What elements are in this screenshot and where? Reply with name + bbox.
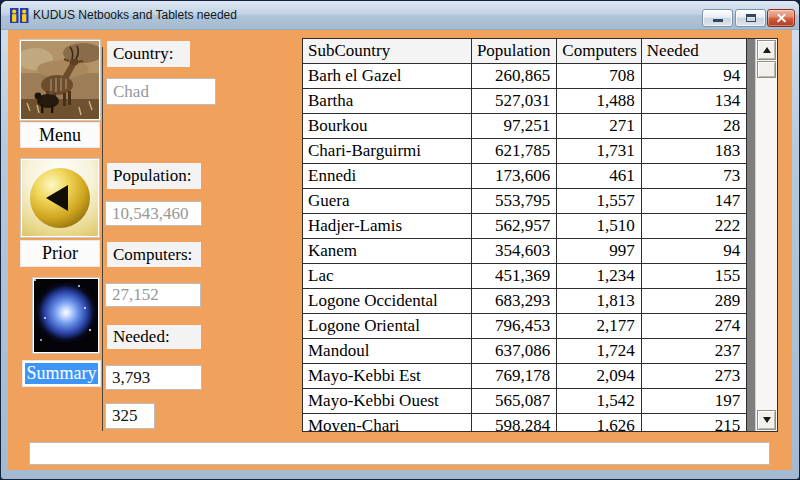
column-header-computers[interactable]: Computers <box>557 39 641 63</box>
table-cell: 155 <box>642 264 746 288</box>
country-label: Country: <box>107 41 190 67</box>
table-cell: Logone Oriental <box>303 314 472 338</box>
table-cell: Bourkou <box>303 114 472 138</box>
table-cell: 1,813 <box>557 289 641 313</box>
table-cell: Hadjer-Lamis <box>303 214 472 238</box>
table-cell: 1,557 <box>557 189 641 213</box>
vertical-scrollbar[interactable] <box>755 39 777 431</box>
prior-image-button[interactable] <box>20 158 100 238</box>
table-row[interactable]: Bartha527,0311,488134 <box>303 89 746 114</box>
table-cell: 451,369 <box>472 264 557 288</box>
table-cell: 527,031 <box>472 89 557 113</box>
table-header-row: SubCountryPopulationComputersNeeded <box>303 39 746 64</box>
table-cell: 562,957 <box>472 214 557 238</box>
table-cell: 553,795 <box>472 189 557 213</box>
prior-label[interactable]: Prior <box>20 240 100 267</box>
table-row[interactable]: Chari-Barguirmi621,7851,731183 <box>303 139 746 164</box>
table-cell: 28 <box>642 114 746 138</box>
table-cell: 1,510 <box>557 214 641 238</box>
table-row[interactable]: Lac451,3691,234155 <box>303 264 746 289</box>
table-cell: 796,453 <box>472 314 557 338</box>
table-cell: 621,785 <box>472 139 557 163</box>
computers-label: Computers: <box>107 242 201 267</box>
table-cell: 183 <box>642 139 746 163</box>
scroll-down-button[interactable] <box>757 410 776 430</box>
extra-value-input[interactable] <box>105 403 155 429</box>
scroll-up-arrow-icon <box>763 47 771 53</box>
table-cell: 1,724 <box>557 339 641 363</box>
table-cell: 997 <box>557 239 641 263</box>
stars <box>34 279 36 281</box>
table-row[interactable]: Logone Oriental796,4532,177274 <box>303 314 746 339</box>
table-cell: Bartha <box>303 89 472 113</box>
table-cell: 237 <box>642 339 746 363</box>
table-cell: Mayo-Kebbi Ouest <box>303 389 472 413</box>
menu-image-button[interactable] <box>19 39 101 121</box>
minimize-button[interactable] <box>702 9 733 27</box>
close-icon <box>776 13 787 24</box>
table-row[interactable]: Kanem354,60399794 <box>303 239 746 264</box>
needed-label: Needed: <box>107 325 201 349</box>
table-row[interactable]: Mandoul637,0861,724237 <box>303 339 746 364</box>
status-input[interactable] <box>29 442 770 465</box>
table-row[interactable]: Bourkou97,25127128 <box>303 114 746 139</box>
subcountry-table: SubCountryPopulationComputersNeeded Barh… <box>302 38 778 432</box>
table-cell: Kanem <box>303 239 472 263</box>
table-row[interactable]: Moyen-Chari598,2841,626215 <box>303 414 746 431</box>
maximize-button[interactable] <box>735 9 766 27</box>
table-cell: 197 <box>642 389 746 413</box>
table-cells-area: SubCountryPopulationComputersNeeded Barh… <box>303 39 747 431</box>
table-row[interactable]: Hadjer-Lamis562,9571,510222 <box>303 214 746 239</box>
table-row[interactable]: Guera553,7951,557147 <box>303 189 746 214</box>
table-cell: Lac <box>303 264 472 288</box>
title-bar[interactable]: KUDUS Netbooks and Tablets needed <box>1 1 799 30</box>
table-cell: 73 <box>642 164 746 188</box>
summary-label-text: Summary <box>25 363 98 384</box>
table-cell: 2,094 <box>557 364 641 388</box>
back-triangle-icon <box>46 185 68 211</box>
table-cell: 637,086 <box>472 339 557 363</box>
table-row[interactable]: Ennedi173,60646173 <box>303 164 746 189</box>
table-cell: Ennedi <box>303 164 472 188</box>
two-people-icon <box>10 7 29 24</box>
table-cell: Barh el Gazel <box>303 64 472 88</box>
computers-input[interactable] <box>105 283 201 307</box>
kudu-photo <box>21 41 99 119</box>
table-cell: 769,178 <box>472 364 557 388</box>
country-input[interactable] <box>106 78 216 105</box>
table-cell: 97,251 <box>472 114 557 138</box>
table-row[interactable]: Mayo-Kebbi Est769,1782,094273 <box>303 364 746 389</box>
table-cell: 94 <box>642 239 746 263</box>
column-header-needed[interactable]: Needed <box>642 39 746 63</box>
table-cell: 271 <box>557 114 641 138</box>
table-cell: 1,731 <box>557 139 641 163</box>
table-row[interactable]: Barh el Gazel260,86570894 <box>303 64 746 89</box>
column-header-population[interactable]: Population <box>472 39 557 63</box>
table-cell: 173,606 <box>472 164 557 188</box>
close-button[interactable] <box>767 9 795 27</box>
needed-input[interactable] <box>105 365 202 390</box>
column-header-subcountry[interactable]: SubCountry <box>303 39 472 63</box>
summary-image-button[interactable] <box>32 277 100 354</box>
application-window: KUDUS Netbooks and Tablets needed <box>0 0 800 480</box>
gold-back-orb-icon <box>22 160 98 236</box>
table-cell: Mayo-Kebbi Est <box>303 364 472 388</box>
table-cell: 274 <box>642 314 746 338</box>
table-cell: 260,865 <box>472 64 557 88</box>
menu-label[interactable]: Menu <box>20 122 100 148</box>
summary-label[interactable]: Summary <box>22 360 101 387</box>
table-cell: Logone Occidental <box>303 289 472 313</box>
scroll-up-button[interactable] <box>757 40 776 60</box>
table-cell: 215 <box>642 414 746 431</box>
maximize-icon <box>746 14 756 22</box>
scroll-down-arrow-icon <box>763 417 771 423</box>
table-row[interactable]: Logone Occidental683,2931,813289 <box>303 289 746 314</box>
table-cell: Chari-Barguirmi <box>303 139 472 163</box>
table-cell: 134 <box>642 89 746 113</box>
table-cell: 683,293 <box>472 289 557 313</box>
scrollbar-thumb[interactable] <box>757 61 776 78</box>
table-body: Barh el Gazel260,86570894Bartha527,0311,… <box>303 64 746 431</box>
table-row[interactable]: Mayo-Kebbi Ouest565,0871,542197 <box>303 389 746 414</box>
table-cell: 222 <box>642 214 746 238</box>
population-input[interactable] <box>105 201 202 226</box>
